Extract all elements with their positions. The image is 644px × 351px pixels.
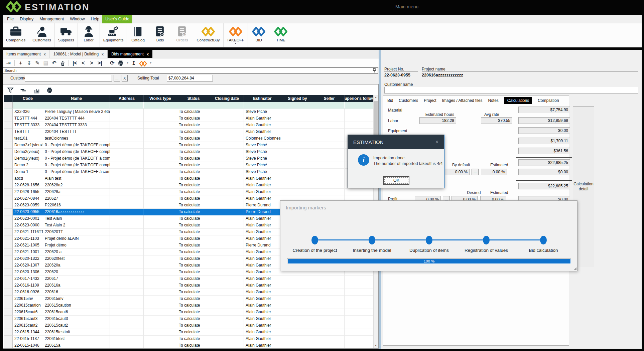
toolbar-bids-button[interactable]: Bids <box>149 23 171 47</box>
filter-cell[interactable] <box>281 102 314 109</box>
tab-notes[interactable]: Notes <box>488 97 498 104</box>
table-row[interactable]: Demo 10 - Projet démo (de TAKEOFF à comp… <box>4 169 374 175</box>
tab-items-management[interactable]: Items managementx <box>3 50 50 58</box>
table-row[interactable]: 22-0615-1344220615testtoitTo calculateAl… <box>4 329 374 336</box>
filter-cell[interactable] <box>4 102 13 109</box>
next-record-icon[interactable]: > <box>89 59 95 66</box>
column-header-seller[interactable]: Seller <box>314 95 345 102</box>
tab-project[interactable]: Project <box>424 97 436 104</box>
customer-clear-button[interactable]: X <box>122 75 128 81</box>
column-header-signed-by[interactable]: Signed by <box>281 95 314 102</box>
toolbar-bid-button[interactable]: BID <box>248 23 270 47</box>
project-no-field[interactable]: 22-0623-0955 <box>384 71 418 77</box>
filter-cell[interactable] <box>110 102 144 109</box>
add-icon[interactable]: + <box>18 59 24 66</box>
sort-icon[interactable] <box>19 86 27 94</box>
estimated-hours-field[interactable]: 182.28 <box>419 117 456 124</box>
table-row[interactable]: abcdAlain testTo calculateAlain Gauthier <box>4 175 374 182</box>
print-icon[interactable] <box>118 59 124 66</box>
prev-record-icon[interactable]: < <box>80 59 86 66</box>
table-row[interactable]: TESTTT 444220404 TESTTTT 444To calculate… <box>4 115 374 122</box>
table-row[interactable]: 22-0628-1656220628a2To calculateAlain Ga… <box>4 182 374 189</box>
table-row[interactable]: 22-0615-1137220615testTo calculateAlain … <box>4 336 374 342</box>
filter-cell[interactable] <box>345 102 374 109</box>
toolbar-labor-button[interactable]: Labor <box>78 23 100 47</box>
filter-icon[interactable] <box>6 86 14 94</box>
toolbar-time-button[interactable]: TIME <box>270 23 292 47</box>
undo-icon[interactable]: ↶ <box>51 59 57 66</box>
table-row[interactable]: 22-0616-0926220616To calculateAlain Gaut… <box>4 289 374 296</box>
customer-input[interactable] <box>25 75 112 81</box>
row4-total-field[interactable]: $1,709.11 <box>518 138 570 144</box>
tab-bids-management[interactable]: Bids managementx <box>108 50 153 58</box>
table-row[interactable]: 22-0616-1109220616aTo calculateAlain Gau… <box>4 282 374 289</box>
admin-pct-default-field[interactable]: 0.00 % <box>445 169 470 175</box>
tab-calculations[interactable]: Calculations <box>504 97 532 104</box>
table-row[interactable]: 220615inv220615invTo calculateAlain Gaut… <box>4 296 374 302</box>
column-header-code[interactable]: Code <box>13 95 43 102</box>
table-row[interactable]: 22-0615-1046220615aTo calculateAlain Gau… <box>4 342 374 348</box>
filter-cell[interactable] <box>43 102 110 109</box>
tab-customers[interactable]: Customers <box>399 97 418 104</box>
menu-file[interactable]: File <box>4 15 17 23</box>
tab-108861-model-building[interactable]: 108861 : Model | Buildingx <box>50 50 108 58</box>
pane-splitter[interactable] <box>379 50 381 349</box>
chevron-down-icon[interactable]: ▾ <box>235 42 236 45</box>
filter-cell[interactable] <box>13 102 43 109</box>
tab-bid[interactable]: Bid <box>387 97 393 104</box>
pin-icon[interactable] <box>372 68 376 74</box>
filter-cell[interactable] <box>210 102 244 109</box>
toolbar-equipments-button[interactable]: Equipments <box>100 23 127 47</box>
admin-browse-button[interactable]: ... <box>472 169 479 175</box>
filter-cell[interactable] <box>144 102 177 109</box>
row5-total-field[interactable]: $361.56 <box>518 148 570 154</box>
subtotal-field[interactable]: $22,685.25 <box>518 159 570 166</box>
export-icon[interactable]: ↥ <box>131 59 137 66</box>
menu-display[interactable]: Display <box>17 15 36 23</box>
close-tab-icon[interactable]: x <box>44 52 46 56</box>
toolbar-customers-button[interactable]: Customers <box>29 23 55 47</box>
customer-name-field[interactable] <box>384 87 638 94</box>
column-header-uperior-s-follow[interactable]: uperior's follow <box>345 95 374 102</box>
tab-compilation[interactable]: Compilation <box>538 97 559 104</box>
filter-cell[interactable] <box>314 102 345 109</box>
table-row[interactable]: test101testColonnesTo calculateColonnes … <box>4 135 374 142</box>
table-row[interactable]: 220615caut6220615caut6To calculateAlain … <box>4 309 374 316</box>
table-row[interactable]: Demo2(vieux)0 - Projet démo (de TAKEOFF … <box>4 149 374 155</box>
table-row[interactable]: 220615caut2220615caut2To calculateAlain … <box>4 322 374 329</box>
column-header-status[interactable]: Status <box>177 95 210 102</box>
takeoff-link-icon[interactable] <box>139 59 147 66</box>
chevron-down-icon[interactable]: ▾ <box>127 61 128 64</box>
table-row[interactable]: 22-0628-1655220628aTo calculateAlain Gau… <box>4 189 374 195</box>
resize-grip-icon[interactable] <box>574 268 576 270</box>
column-header-name[interactable]: Name <box>43 95 110 102</box>
scroll-up-icon[interactable]: ▲ <box>374 95 378 100</box>
toolbar-constructbuy-button[interactable]: ConstructBuy <box>193 23 223 47</box>
table-row[interactable]: X22-026Pierre Tanguay | Maison neuve 2 é… <box>4 109 374 115</box>
menu-window[interactable]: Window <box>67 15 88 23</box>
last-record-icon[interactable]: >| <box>97 59 103 66</box>
table-filter-row[interactable] <box>4 102 374 109</box>
import-icon[interactable]: ↧ <box>26 59 32 66</box>
column-header-closing-date[interactable]: Closing date <box>210 95 244 102</box>
close-tab-icon[interactable]: x <box>102 52 104 56</box>
equipment-total-field[interactable]: $0.00 <box>518 127 570 134</box>
table-row[interactable]: Demo2>1(vieux)0 - Projet démo (de TAKEOF… <box>4 142 374 149</box>
column-header-estimator[interactable]: Estimator <box>244 95 281 102</box>
menu-help[interactable]: Help <box>88 15 103 23</box>
filter-cell[interactable] <box>177 102 210 109</box>
labor-total-field[interactable]: $12,859.68 <box>518 117 570 124</box>
exit-icon[interactable]: ⇥ <box>5 59 11 66</box>
admin-total-field[interactable]: $0.00 <box>518 169 570 175</box>
tab-images-attached-files[interactable]: Images / Attached files <box>442 97 483 104</box>
total-before-profit-field[interactable]: $22,685.25 <box>518 183 570 189</box>
table-row[interactable]: Demo 20 - Projet démo (de TAKEOFF complé… <box>4 162 374 169</box>
table-row[interactable]: TESTTT 3333220404 TESTTTT 3333To calcula… <box>4 122 374 129</box>
column-header-selector[interactable] <box>4 95 13 102</box>
close-tab-icon[interactable]: x <box>147 52 149 56</box>
column-header-works-type[interactable]: Works type <box>144 95 177 102</box>
table-row[interactable]: 220615caut3220615caut3To calculateAlain … <box>4 316 374 322</box>
table-row[interactable]: Demo1(vieux)0 - Projet démo (de TAKEOFF … <box>4 155 374 162</box>
print-grid-icon[interactable] <box>45 86 53 94</box>
admin-pct-estimated-field[interactable]: 0.00 % <box>481 169 507 175</box>
